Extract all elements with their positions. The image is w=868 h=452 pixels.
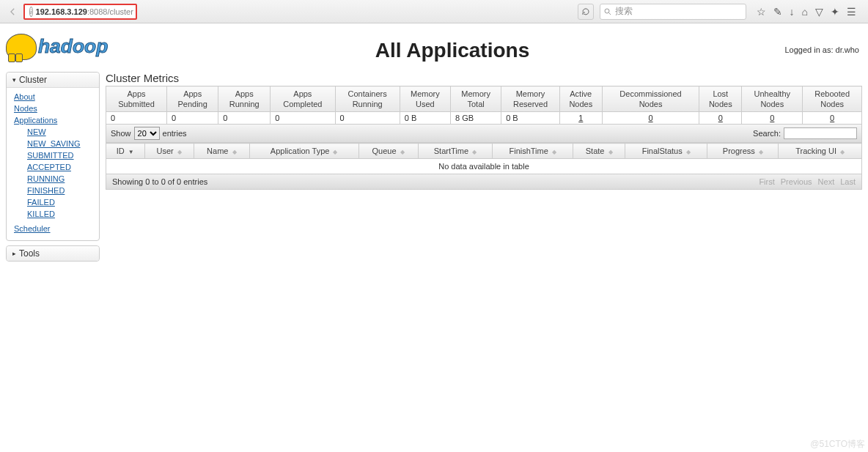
apps-column-header[interactable]: Tracking UI ◆ bbox=[779, 144, 862, 159]
dev-icon[interactable]: ✦ bbox=[831, 6, 839, 18]
chevron-right-icon: ▸ bbox=[12, 250, 16, 257]
downloads-icon[interactable]: ↓ bbox=[790, 6, 795, 18]
apps-column-header[interactable]: User ◆ bbox=[144, 144, 194, 159]
search-placeholder: 搜索 bbox=[615, 5, 633, 18]
home-icon[interactable]: ⌂ bbox=[802, 6, 808, 18]
nav-state-killed[interactable]: KILLED bbox=[27, 208, 93, 220]
page-length-select[interactable]: 20 bbox=[134, 127, 160, 140]
login-info: Logged in as: dr.who bbox=[784, 45, 859, 54]
pocket-icon[interactable]: ▽ bbox=[815, 6, 823, 18]
nav-state-running[interactable]: RUNNING bbox=[27, 173, 93, 185]
entries-label: entries bbox=[163, 129, 187, 138]
datatable-footer: Showing 0 to 0 of 0 entries First Previo… bbox=[106, 174, 862, 190]
pager-previous[interactable]: Previous bbox=[781, 177, 812, 186]
metrics-header: ContainersRunning bbox=[335, 86, 400, 112]
apps-column-header[interactable]: FinishTime ◆ bbox=[493, 144, 573, 159]
cluster-header[interactable]: ▾Cluster bbox=[7, 73, 99, 88]
metrics-header: AppsSubmitted bbox=[106, 86, 167, 112]
metrics-value[interactable]: 0 bbox=[602, 112, 699, 125]
tools-header[interactable]: ▸Tools bbox=[7, 246, 99, 261]
search-label: Search: bbox=[753, 129, 781, 138]
metrics-value: 0 bbox=[167, 112, 218, 125]
datatable-toolbar: Show 20 entries Search: bbox=[106, 125, 862, 143]
nav-state-new[interactable]: NEW bbox=[27, 126, 93, 138]
metrics-value: 0 bbox=[335, 112, 400, 125]
apps-column-header[interactable]: Queue ◆ bbox=[358, 144, 418, 159]
main-content: Cluster Metrics AppsSubmittedAppsPending… bbox=[106, 72, 862, 190]
metrics-value[interactable]: 0 bbox=[742, 112, 803, 125]
metrics-header: MemoryUsed bbox=[400, 86, 450, 112]
sort-icon: ▼ bbox=[128, 150, 134, 155]
metrics-value: 0 B bbox=[501, 112, 560, 125]
metrics-header: ActiveNodes bbox=[559, 86, 602, 112]
nav-about[interactable]: About bbox=[14, 91, 93, 103]
nav-state-finished[interactable]: FINISHED bbox=[27, 185, 93, 196]
apps-column-header[interactable]: Name ◆ bbox=[194, 144, 249, 159]
svg-text:hadoop: hadoop bbox=[38, 35, 108, 57]
tools-panel: ▸Tools bbox=[6, 245, 100, 262]
sort-icon: ◆ bbox=[552, 150, 556, 155]
metrics-header: AppsRunning bbox=[218, 86, 271, 112]
menu-icon[interactable]: ☰ bbox=[847, 6, 856, 18]
nav-nodes[interactable]: Nodes bbox=[14, 103, 93, 114]
metrics-value[interactable]: 1 bbox=[559, 112, 602, 125]
watermark: @51CTO博客 bbox=[810, 438, 865, 451]
metrics-header: AppsPending bbox=[167, 86, 218, 112]
pager-first[interactable]: First bbox=[759, 177, 774, 186]
pager-next[interactable]: Next bbox=[818, 177, 835, 186]
sort-icon: ◆ bbox=[400, 150, 405, 155]
sort-icon: ◆ bbox=[840, 150, 845, 155]
pager-last[interactable]: Last bbox=[840, 177, 856, 186]
metrics-value: 8 GB bbox=[451, 112, 501, 125]
hadoop-logo: hadoop bbox=[6, 28, 174, 66]
apps-column-header[interactable]: Application Type ◆ bbox=[249, 144, 358, 159]
apps-column-header[interactable]: FinalStatus ◆ bbox=[625, 144, 707, 159]
show-label: Show bbox=[111, 129, 131, 138]
metrics-header: UnhealthyNodes bbox=[742, 86, 803, 112]
apps-column-header[interactable]: Progress ◆ bbox=[707, 144, 779, 159]
sidebar: ▾Cluster About Nodes Applications NEW NE… bbox=[6, 72, 100, 266]
address-bar[interactable]: i 192.168.3.129:8088/cluster bbox=[23, 4, 137, 20]
elephant-icon bbox=[6, 34, 37, 60]
nodata-cell: No data available in table bbox=[106, 159, 862, 174]
back-button[interactable] bbox=[4, 4, 21, 20]
metrics-header: MemoryReserved bbox=[501, 86, 560, 112]
metrics-header: RebootedNodes bbox=[803, 86, 862, 112]
metrics-value[interactable]: 0 bbox=[699, 112, 742, 125]
metrics-header: DecommissionedNodes bbox=[602, 86, 699, 112]
metrics-value: 0 bbox=[106, 112, 167, 125]
nav-scheduler[interactable]: Scheduler bbox=[14, 223, 93, 234]
sort-icon: ◆ bbox=[472, 150, 477, 155]
metrics-value: 0 B bbox=[400, 112, 450, 125]
hadoop-wordmark: hadoop bbox=[38, 28, 170, 66]
info-icon: i bbox=[29, 7, 33, 17]
reading-list-icon[interactable]: ✎ bbox=[773, 6, 782, 18]
metrics-value: 0 bbox=[218, 112, 271, 125]
nav-state-accepted[interactable]: ACCEPTED bbox=[27, 161, 93, 173]
browser-toolbar: i 192.168.3.129:8088/cluster 搜索 ☆ ✎ ↓ ⌂ … bbox=[0, 0, 868, 23]
nav-state-submitted[interactable]: SUBMITTED bbox=[27, 149, 93, 161]
bookmark-icon[interactable]: ☆ bbox=[757, 6, 766, 18]
sort-icon: ◆ bbox=[608, 150, 613, 155]
sort-icon: ◆ bbox=[177, 150, 182, 155]
apps-table: ID ▼User ◆Name ◆Application Type ◆Queue … bbox=[106, 143, 862, 174]
table-search-input[interactable] bbox=[784, 127, 857, 139]
apps-column-header[interactable]: State ◆ bbox=[573, 144, 625, 159]
chevron-down-icon: ▾ bbox=[12, 76, 16, 84]
apps-column-header[interactable]: StartTime ◆ bbox=[418, 144, 492, 159]
nav-applications[interactable]: Applications bbox=[14, 114, 93, 126]
metrics-value[interactable]: 0 bbox=[803, 112, 862, 125]
refresh-icon bbox=[581, 7, 590, 16]
reload-button[interactable] bbox=[578, 4, 594, 20]
metrics-header: AppsCompleted bbox=[271, 86, 335, 112]
nav-state-newsaving[interactable]: NEW_SAVING bbox=[27, 138, 93, 149]
page-header: hadoop All Applications bbox=[6, 28, 862, 66]
metrics-table: AppsSubmittedAppsPendingAppsRunningAppsC… bbox=[106, 86, 862, 125]
sort-icon: ◆ bbox=[333, 150, 337, 155]
search-icon bbox=[603, 7, 612, 16]
apps-column-header[interactable]: ID ▼ bbox=[106, 144, 145, 159]
metrics-header: LostNodes bbox=[699, 86, 742, 112]
nav-state-failed[interactable]: FAILED bbox=[27, 196, 93, 208]
page-title: All Applications bbox=[174, 39, 730, 62]
browser-search[interactable]: 搜索 bbox=[600, 4, 746, 20]
